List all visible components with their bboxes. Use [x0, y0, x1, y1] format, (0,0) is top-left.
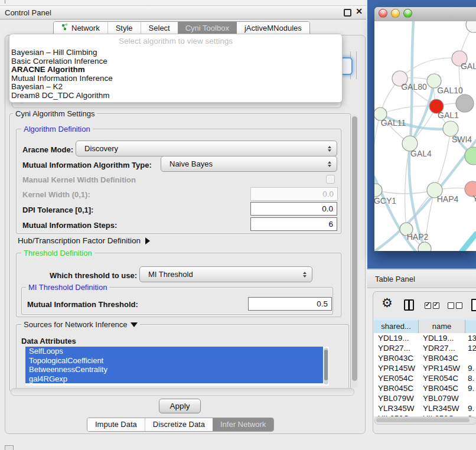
tab-select[interactable]: Select — [141, 22, 178, 35]
attribute-item[interactable]: gal4RGexp — [25, 374, 323, 384]
apply-button[interactable]: Apply — [159, 399, 201, 413]
gear-icon[interactable]: ⚙ — [382, 296, 393, 310]
table-cell: YDR27... — [374, 343, 419, 353]
which-threshold-value: MI Threshold — [148, 270, 193, 279]
tab-infer-network[interactable]: Infer Network — [213, 418, 273, 431]
which-threshold-combo[interactable]: MI Threshold — [139, 266, 312, 282]
column-header[interactable] — [465, 320, 476, 333]
dpi-tolerance-label: DPI Tolerance [0,1]: — [22, 206, 93, 214]
aracne-mode-value: Discovery — [84, 144, 118, 153]
sources-legend[interactable]: Sources for Network Inference — [21, 320, 140, 329]
spinner-icon — [328, 161, 331, 167]
table-cell: YPR145W — [374, 363, 419, 373]
algorithm-option[interactable]: Mutual Information Inference — [9, 74, 342, 83]
zoom-light-icon[interactable] — [403, 9, 412, 18]
checked-box-icon[interactable] — [425, 302, 431, 309]
algorithm-dropdown-list: Bayesian – Hill ClimbingBasic Correlatio… — [9, 48, 342, 100]
node-label: GAL10 — [437, 86, 463, 95]
top-tick — [5, 0, 5, 4]
table-row[interactable]: YLR345WYLR345W9. — [374, 403, 476, 413]
network-window-titlebar[interactable] — [374, 7, 476, 22]
column-header[interactable]: shared... — [374, 320, 419, 333]
tab-cyni-toolbox[interactable]: Cyni Toolbox — [178, 22, 237, 35]
network-canvas[interactable]: GALGAL80GAL10GAL1GAL11SWI4GAL4GCY1HAP4YH… — [374, 21, 476, 251]
attribute-item[interactable]: BetweennessCentrality — [25, 365, 323, 374]
table-cell — [465, 393, 476, 403]
network-edge[interactable] — [435, 129, 451, 190]
aracne-mode-combo[interactable]: Discovery — [76, 141, 337, 156]
node-label: Y — [472, 194, 476, 203]
page-icon[interactable] — [471, 299, 476, 311]
hub-section-header[interactable]: Hub/Transcription Factor Definition — [18, 236, 150, 245]
tab-impute-data[interactable]: Impute Data — [87, 418, 145, 431]
spinner-icon — [303, 272, 307, 278]
settings-hscrollbar[interactable] — [11, 388, 354, 396]
table-row[interactable]: YBR045CYBR045C9. — [374, 383, 476, 393]
minimize-light-icon[interactable] — [391, 9, 400, 18]
settings-scrollbar-thumb[interactable] — [352, 116, 357, 381]
kernel-width-label: Kernel Width (0,1): — [22, 190, 90, 199]
table-row[interactable]: YER054CYER054C8. — [374, 373, 476, 383]
attributes-scrollbar[interactable] — [324, 348, 328, 384]
table-toolbar: ⚙ — [373, 298, 476, 314]
table-row[interactable]: YBR043CYBR043C — [374, 353, 476, 363]
algorithm-option[interactable]: Bayesian – Hill Climbing — [9, 48, 342, 57]
algorithm-option[interactable]: Dream8 DC_TDC Algorithm — [9, 92, 342, 100]
table-hscrollbar-thumb[interactable] — [376, 418, 470, 422]
top-strip — [0, 0, 366, 5]
mi-type-combo[interactable]: Naive Bayes — [161, 156, 337, 172]
dpi-tolerance-input[interactable]: 0.0 — [250, 202, 337, 216]
unchecked-box-icon[interactable] — [448, 302, 454, 309]
close-light-icon[interactable] — [379, 9, 387, 18]
table-cell: YBR043C — [419, 353, 465, 363]
which-threshold-label: Which threshold to use: — [50, 271, 137, 280]
mi-steps-input[interactable]: 6 — [250, 217, 337, 231]
table-row[interactable]: YIL052CYIL052C9 — [374, 413, 476, 416]
tab-jactivemnodules[interactable]: jActiveMNodules — [237, 22, 309, 35]
node-label: GAL1 — [438, 110, 459, 120]
node-label: GAL — [461, 61, 476, 71]
attribute-item[interactable]: SelfLoops — [25, 347, 323, 356]
settings-scrollbar[interactable] — [351, 115, 358, 388]
table-cell: 8. — [465, 373, 476, 383]
table-row[interactable]: YPR145WYPR145W9. — [374, 363, 476, 373]
checked-box-icon[interactable] — [433, 302, 439, 309]
manual-kernel-checkbox[interactable] — [326, 175, 335, 184]
float-window-icon[interactable] — [344, 9, 351, 17]
table-panel-body: ⚙ shared...name YDL19...YDL19...13YDR27.… — [373, 291, 476, 434]
data-attributes-label: Data Attributes — [21, 337, 76, 345]
table-row[interactable]: YDL19...YDL19...13 — [374, 333, 476, 343]
column-layout-icon[interactable] — [404, 299, 414, 311]
algorithm-option[interactable]: Bayesian – K2 — [9, 83, 342, 92]
algorithm-option[interactable]: ARACNE Algorithm — [9, 66, 342, 74]
table-cell: 9 — [465, 413, 476, 416]
mi-threshold-label: Mutual Information Threshold: — [27, 300, 138, 309]
algorithm-option[interactable]: Basic Correlation Inference — [9, 57, 342, 66]
table-hscrollbar[interactable] — [374, 417, 476, 425]
column-header[interactable]: name — [419, 320, 465, 333]
table-row[interactable]: YDR27...YDR27...12 — [374, 343, 476, 353]
mi-threshold-input[interactable]: 0.5 — [248, 297, 332, 311]
network-node[interactable] — [466, 21, 476, 32]
attributes-scrollbar-thumb[interactable] — [324, 350, 328, 380]
tab-style[interactable]: Style — [107, 22, 141, 35]
table-cell: YBR043C — [374, 353, 419, 363]
table-row[interactable]: YBL079WYBL079W — [374, 393, 476, 403]
unchecked-box-icon[interactable] — [456, 302, 462, 309]
bottom-left-gripper[interactable] — [5, 445, 14, 450]
spinner-icon — [328, 146, 331, 152]
node-label: SWI4 — [452, 135, 472, 144]
kernel-width-input[interactable]: 0.0 — [250, 187, 338, 201]
tab-discretize-data[interactable]: Discretize Data — [145, 418, 213, 431]
data-attributes-list: SelfLoopsTopologicalCoefficientBetweenne… — [25, 347, 329, 386]
table-cell: YIL052C — [374, 413, 419, 416]
table-cell: YPR145W — [419, 363, 465, 373]
table-cell: YLR345W — [419, 403, 465, 413]
attribute-item[interactable]: TopologicalCoefficient — [25, 356, 323, 366]
tab-network[interactable]: Network — [54, 22, 107, 35]
network-node[interactable] — [418, 242, 431, 251]
network-node[interactable] — [456, 94, 474, 112]
table-cell: 12 — [465, 343, 476, 353]
close-icon[interactable]: ✕ — [356, 6, 363, 16]
table-cell: YBR045C — [419, 383, 465, 393]
